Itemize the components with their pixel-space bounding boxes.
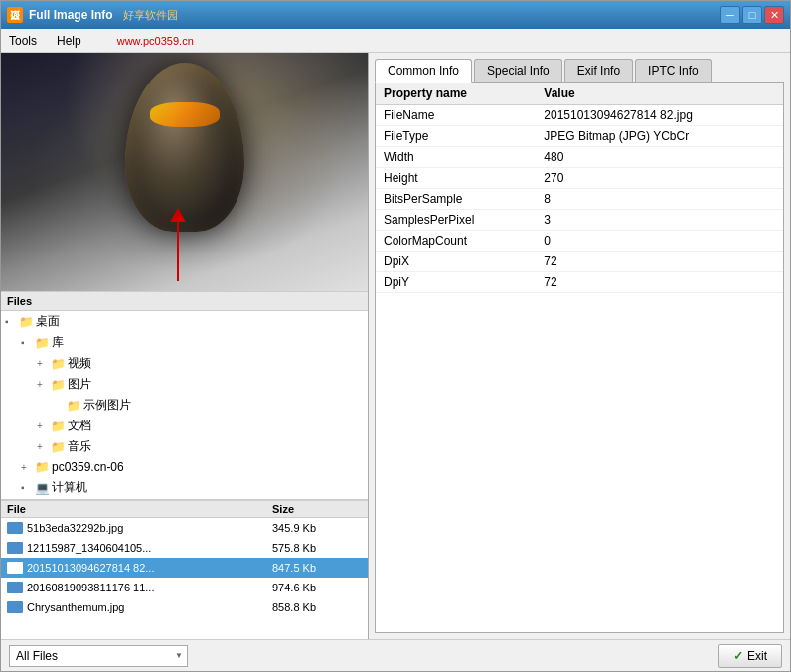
helmet-visor: [150, 102, 220, 127]
property-value: JPEG Bitmap (JPG) YCbCr: [536, 126, 783, 147]
tree-label: 桌面: [36, 313, 60, 330]
table-row: DpiX72: [376, 252, 783, 272]
property-name: DpiY: [376, 272, 536, 293]
file-list-header: File Size: [1, 500, 368, 518]
tabs: Common Info Special Info Exif Info IPTC …: [375, 59, 784, 83]
tree-item[interactable]: +📁图片: [1, 374, 368, 395]
file-name: 20160819093811176 11...: [27, 582, 154, 593]
file-size: 345.9 Kb: [272, 522, 362, 534]
tab-exif[interactable]: Exif Info: [564, 59, 633, 82]
property-value: 72: [536, 252, 783, 272]
table-row: ColorMapCount0: [376, 231, 783, 252]
title-controls: ─ □ ✕: [720, 6, 784, 24]
property-name: Height: [376, 168, 536, 189]
app-icon: 🖼: [7, 7, 23, 23]
property-value: 480: [536, 147, 783, 168]
arrow-indicator: [170, 208, 186, 281]
file-img-icon: [7, 542, 23, 554]
tree-item[interactable]: +📁视频: [1, 353, 368, 374]
file-name-cell: 12115987_1340604105...: [7, 542, 272, 554]
tree-folder-icon: 📁: [50, 356, 66, 372]
arrow-line: [177, 222, 179, 281]
property-name: ColorMapCount: [376, 231, 536, 252]
tree-label: 文档: [68, 418, 91, 434]
info-table-body: FileName20151013094627814 82.jpgFileType…: [376, 105, 783, 293]
menu-help[interactable]: Help: [53, 32, 85, 50]
tab-special[interactable]: Special Info: [474, 59, 562, 82]
tab-iptc[interactable]: IPTC Info: [635, 59, 712, 82]
menu-tools[interactable]: Tools: [5, 32, 41, 50]
tree-item[interactable]: +📁pc0359.cn-06: [1, 457, 368, 477]
file-img-icon: [7, 582, 23, 593]
file-tree[interactable]: ▪📁桌面▪📁库+📁视频+📁图片📁示例图片+📁文档+📁音乐+📁pc0359.cn-…: [1, 311, 368, 500]
file-size: 858.8 Kb: [272, 601, 362, 613]
tree-folder-icon: 📁: [18, 314, 34, 330]
tree-folder-icon: 📁: [66, 398, 81, 414]
info-table-container: Property name Value FileName201510130946…: [375, 83, 784, 633]
tree-expand-icon: +: [37, 441, 49, 452]
all-files-dropdown[interactable]: All Files ▼: [9, 645, 188, 667]
tree-expand-icon: +: [37, 358, 49, 369]
file-img-icon: [7, 522, 23, 534]
property-name: DpiX: [376, 252, 536, 272]
file-list-row[interactable]: 20151013094627814 82...847.5 Kb: [1, 558, 368, 578]
minimize-button[interactable]: ─: [720, 6, 740, 24]
tree-item[interactable]: ▪📁库: [1, 332, 368, 353]
property-name: FileType: [376, 126, 536, 147]
table-row: Width480: [376, 147, 783, 168]
tree-item[interactable]: ▪💻计算机: [1, 477, 368, 498]
file-name-cell: Chrysanthemum.jpg: [7, 601, 272, 613]
tree-folder-icon: 📁: [34, 335, 50, 351]
window-title: Full Image Info: [29, 8, 113, 22]
property-name: Width: [376, 147, 536, 168]
tree-expand-icon: ▪: [21, 337, 33, 348]
file-list-row[interactable]: 20160819093811176 11...974.6 Kb: [1, 578, 368, 597]
file-name: 20151013094627814 82...: [27, 562, 154, 574]
maximize-button[interactable]: □: [742, 6, 762, 24]
exit-button[interactable]: ✓ Exit: [718, 644, 782, 668]
files-section: Files ▪📁桌面▪📁库+📁视频+📁图片📁示例图片+📁文档+📁音乐+📁pc03…: [1, 291, 368, 500]
main-content: Files ▪📁桌面▪📁库+📁视频+📁图片📁示例图片+📁文档+📁音乐+📁pc03…: [1, 53, 790, 639]
file-name: 12115987_1340604105...: [27, 542, 151, 554]
close-button[interactable]: ✕: [764, 6, 784, 24]
table-row: FileTypeJPEG Bitmap (JPG) YCbCr: [376, 126, 783, 147]
tree-label: pc0359.cn-06: [52, 460, 124, 474]
tree-item[interactable]: ▪📁桌面: [1, 311, 368, 332]
property-value: 8: [536, 189, 783, 210]
property-value: 3: [536, 210, 783, 231]
tree-expand-icon: +: [37, 379, 49, 390]
tree-label: 计算机: [52, 479, 87, 496]
tree-item[interactable]: +📁文档: [1, 416, 368, 436]
files-header: Files: [1, 291, 368, 311]
property-value: 20151013094627814 82.jpg: [536, 105, 783, 126]
tree-item[interactable]: +📁音乐: [1, 436, 368, 457]
file-name: 51b3eda32292b.jpg: [27, 522, 123, 534]
file-size: 974.6 Kb: [272, 582, 362, 593]
file-list-body[interactable]: 51b3eda32292b.jpg345.9 Kb12115987_134060…: [1, 518, 368, 639]
arrow-up-icon: [170, 208, 186, 222]
table-row: SamplesPerPixel3: [376, 210, 783, 231]
dropdown-arrow-icon: ▼: [175, 651, 183, 660]
file-list-row[interactable]: 51b3eda32292b.jpg345.9 Kb: [1, 518, 368, 538]
file-name-cell: 20151013094627814 82...: [7, 562, 272, 574]
tab-common[interactable]: Common Info: [375, 59, 472, 83]
file-img-icon: [7, 562, 23, 574]
col-value: Value: [536, 83, 783, 105]
file-name-cell: 51b3eda32292b.jpg: [7, 522, 272, 534]
tree-folder-icon: 📁: [50, 377, 66, 393]
file-list-row[interactable]: 12115987_1340604105...575.8 Kb: [1, 538, 368, 558]
tree-label: 视频: [68, 355, 91, 372]
tree-item[interactable]: 📁示例图片: [1, 395, 368, 416]
file-img-icon: [7, 601, 23, 613]
col-property: Property name: [376, 83, 536, 105]
tree-folder-icon: 📁: [50, 439, 66, 455]
tree-folder-icon: 💻: [34, 480, 50, 496]
watermark-bar: www.pc0359.cn: [117, 35, 194, 47]
tree-folder-icon: 📁: [34, 459, 50, 475]
bottom-bar: All Files ▼ ✓ Exit: [1, 639, 790, 671]
left-panel: Files ▪📁桌面▪📁库+📁视频+📁图片📁示例图片+📁文档+📁音乐+📁pc03…: [1, 53, 369, 639]
tree-expand-icon: +: [21, 462, 33, 473]
property-name: FileName: [376, 105, 536, 126]
file-list-row[interactable]: Chrysanthemum.jpg858.8 Kb: [1, 597, 368, 617]
table-row: DpiY72: [376, 272, 783, 293]
